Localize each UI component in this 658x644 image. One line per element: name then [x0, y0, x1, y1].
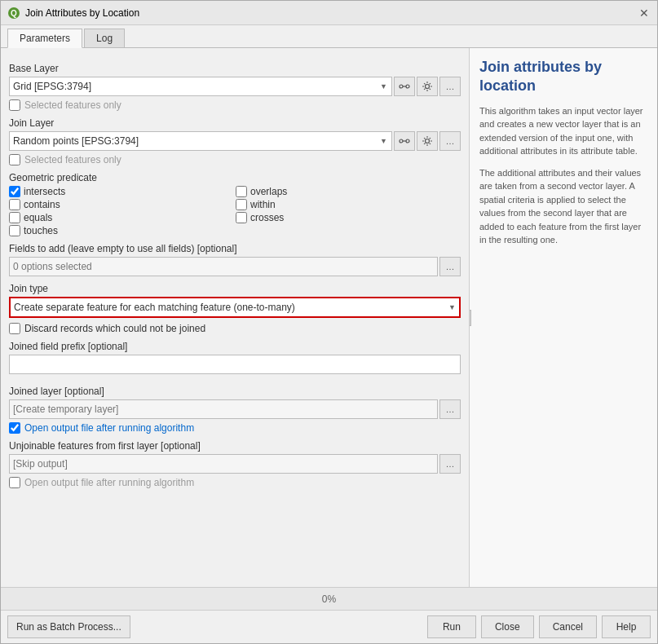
help-button[interactable]: Help [602, 615, 651, 638]
fields-row: … [9, 257, 461, 276]
collapse-arrow[interactable]: ◀ [470, 310, 471, 326]
svg-rect-7 [406, 139, 409, 143]
discard-records-checkbox[interactable] [9, 323, 20, 334]
base-layer-label: Base Layer [9, 63, 461, 74]
join-layer-chain-btn[interactable] [394, 131, 415, 151]
base-layer-more-btn[interactable]: … [439, 77, 461, 96]
join-type-row: Create separate feature for each matchin… [9, 297, 461, 318]
svg-rect-6 [400, 139, 403, 143]
predicate-intersects: intersects [9, 186, 234, 197]
open-output-label[interactable]: Open output file after running algorithm [24, 422, 194, 434]
predicate-crosses-label: crosses [250, 212, 284, 223]
unjoinable-more-btn[interactable]: … [439, 454, 461, 474]
join-layer-more-btn[interactable]: … [439, 131, 461, 151]
open-unjoinable-label: Open output file after running algorithm [24, 477, 194, 488]
fields-to-add-label: Fields to add (leave empty to use all fi… [9, 243, 461, 254]
close-button[interactable]: ✕ [638, 7, 651, 20]
content-area: Base Layer Grid [EPSG:3794] … [1, 48, 657, 587]
geometric-predicate-label: Geometric predicate [9, 172, 461, 183]
open-unjoinable-row: Open output file after running algorithm [9, 477, 461, 488]
predicate-overlaps-label: overlaps [250, 186, 287, 197]
open-output-checkbox[interactable] [9, 422, 20, 434]
right-panel-paragraph2: The additional attributes and their valu… [479, 166, 647, 247]
right-panel-paragraph1: This algorithm takes an input vector lay… [479, 104, 647, 158]
open-unjoinable-checkbox[interactable] [9, 477, 20, 488]
svg-rect-3 [406, 85, 409, 88]
predicate-crosses: crosses [236, 212, 461, 223]
qgis-icon: Q [7, 7, 20, 20]
predicate-within: within [236, 199, 461, 210]
discard-records-label: Discard records which could not be joine… [24, 323, 205, 334]
close-button[interactable]: Close [481, 615, 534, 638]
open-output-row: Open output file after running algorithm [9, 422, 461, 434]
join-selected-only-checkbox[interactable] [9, 154, 20, 165]
predicate-overlaps: overlaps [236, 186, 461, 197]
join-type-label: Join type [9, 283, 461, 294]
run-batch-button[interactable]: Run as Batch Process... [7, 615, 130, 638]
join-type-select-wrapper: Create separate feature for each matchin… [9, 297, 461, 318]
join-layer-select[interactable]: Random points [EPSG:3794] [9, 131, 392, 151]
joined-layer-row: … [9, 399, 461, 419]
base-selected-only-row: Selected features only [9, 99, 461, 111]
joined-layer-label: Joined layer [optional] [9, 386, 461, 397]
join-selected-only-row: Selected features only [9, 154, 461, 165]
fields-input[interactable] [9, 257, 438, 276]
discard-records-row: Discard records which could not be joine… [9, 323, 461, 334]
cancel-button[interactable]: Cancel [539, 615, 597, 638]
base-selected-only-label: Selected features only [24, 99, 121, 111]
run-button[interactable]: Run [427, 615, 476, 638]
predicate-contains-checkbox[interactable] [9, 199, 20, 210]
unjoinable-input[interactable] [9, 454, 438, 474]
base-layer-row: Grid [EPSG:3794] … [9, 77, 461, 96]
base-layer-select[interactable]: Grid [EPSG:3794] [9, 77, 392, 96]
tab-parameters[interactable]: Parameters [7, 29, 82, 48]
svg-point-9 [426, 139, 430, 143]
main-window: Q Join Attributes by Location ✕ Paramete… [0, 0, 658, 644]
predicate-equals-checkbox[interactable] [9, 212, 20, 223]
predicate-within-label: within [250, 199, 276, 210]
join-layer-label: Join Layer [9, 117, 461, 129]
svg-text:Q: Q [11, 9, 17, 18]
progress-text: 0% [322, 593, 336, 605]
svg-point-5 [426, 85, 430, 89]
unjoinable-label: Unjoinable features from first layer [op… [9, 440, 461, 452]
base-selected-only-checkbox[interactable] [9, 99, 20, 111]
titlebar-left: Q Join Attributes by Location [7, 7, 139, 20]
bottom-bar: Run as Batch Process... Run Close Cancel… [1, 610, 657, 643]
predicate-contains: contains [9, 199, 234, 210]
unjoinable-row: … [9, 454, 461, 474]
base-layer-select-wrapper: Grid [EPSG:3794] [9, 77, 392, 96]
join-type-select[interactable]: Create separate feature for each matchin… [9, 297, 461, 318]
predicate-touches-checkbox[interactable] [9, 225, 20, 236]
predicate-intersects-checkbox[interactable] [9, 186, 20, 197]
join-layer-settings-btn[interactable] [417, 131, 438, 151]
window-title: Join Attributes by Location [25, 7, 139, 19]
left-panel: Base Layer Grid [EPSG:3794] … [1, 48, 470, 587]
predicate-equals-label: equals [24, 212, 52, 223]
predicate-crosses-checkbox[interactable] [236, 212, 247, 223]
right-panel-title: Join attributes by location [479, 58, 647, 96]
predicate-touches-label: touches [24, 225, 58, 236]
base-layer-chain-btn[interactable] [394, 77, 415, 96]
right-panel: ◀ Join attributes by location This algor… [470, 48, 657, 587]
progress-bar-area: 0% [1, 587, 657, 610]
base-layer-settings-btn[interactable] [417, 77, 438, 96]
predicate-within-checkbox[interactable] [236, 199, 247, 210]
titlebar: Q Join Attributes by Location ✕ [1, 1, 657, 25]
joined-layer-input[interactable] [9, 399, 438, 419]
join-layer-select-wrapper: Random points [EPSG:3794] [9, 131, 392, 151]
predicates-grid: intersects overlaps contains within equa… [9, 186, 461, 236]
tab-log[interactable]: Log [84, 29, 125, 47]
join-layer-row: Random points [EPSG:3794] … [9, 131, 461, 151]
predicate-equals: equals [9, 212, 234, 223]
joined-layer-more-btn[interactable]: … [439, 399, 461, 419]
predicate-intersects-label: intersects [24, 186, 65, 197]
fields-more-btn[interactable]: … [439, 257, 461, 276]
predicate-contains-label: contains [24, 199, 60, 210]
joined-field-prefix-label: Joined field prefix [optional] [9, 341, 461, 352]
tabs-bar: Parameters Log [1, 25, 657, 48]
joined-field-prefix-input[interactable] [9, 355, 461, 374]
join-selected-only-label: Selected features only [24, 154, 121, 165]
predicate-overlaps-checkbox[interactable] [236, 186, 247, 197]
svg-rect-2 [400, 85, 403, 88]
